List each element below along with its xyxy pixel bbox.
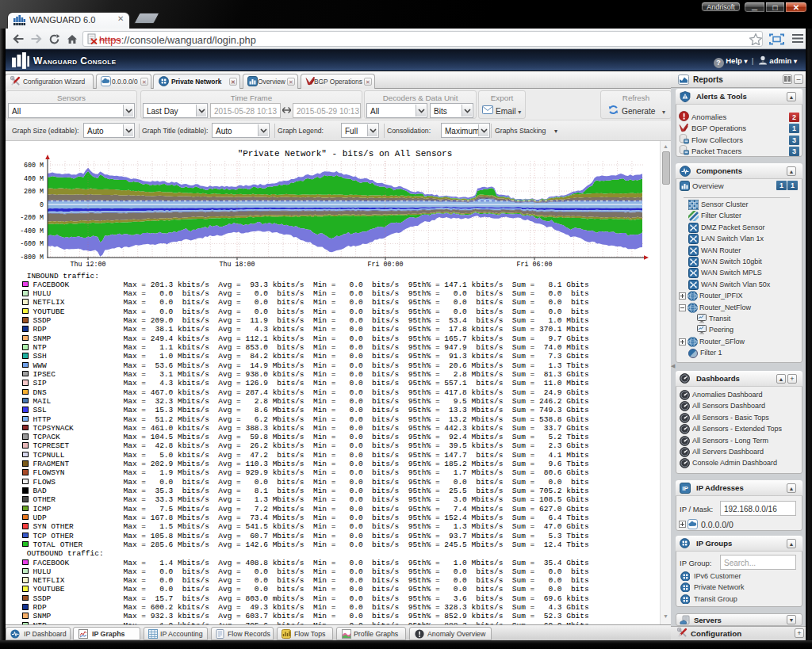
svg-text:"Private Network" - bits/s on: "Private Network" - bits/s on All Sensor… — [238, 149, 453, 158]
svg-text:400 M: 400 M — [24, 175, 44, 182]
svg-text:Fri 00:00: Fri 00:00 — [368, 261, 404, 268]
svg-text:Fri 06:00: Fri 06:00 — [517, 261, 553, 268]
svg-text:-200 M: -200 M — [20, 214, 44, 221]
svg-text:-800 M: -800 M — [20, 254, 44, 261]
svg-text:-400 M: -400 M — [20, 227, 44, 235]
svg-text:Thu 12:00: Thu 12:00 — [71, 261, 106, 268]
svg-text:Thu 18:00: Thu 18:00 — [220, 261, 255, 268]
svg-text:600 M: 600 M — [24, 162, 44, 169]
svg-text:-600 M: -600 M — [20, 240, 44, 247]
svg-text:0: 0 — [40, 201, 44, 208]
svg-text:200 M: 200 M — [24, 188, 44, 195]
svg-text:IP: IP — [682, 485, 688, 492]
